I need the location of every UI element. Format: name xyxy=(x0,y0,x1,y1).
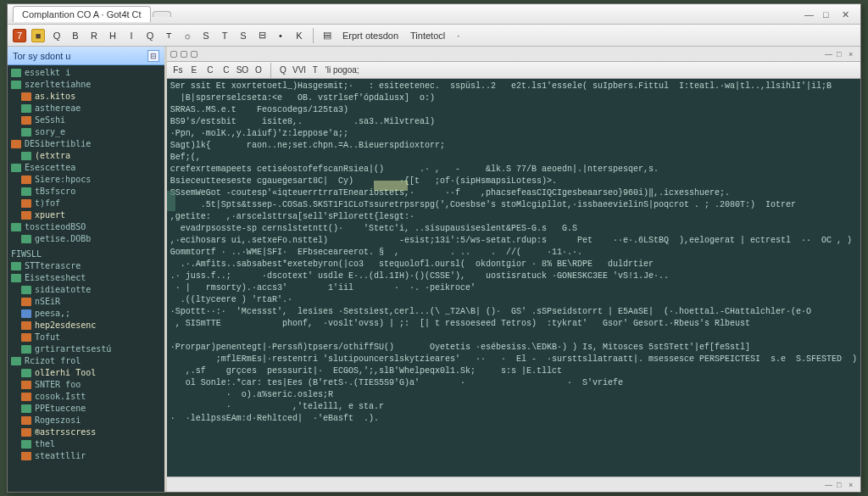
ed-btn-3[interactable]: C xyxy=(220,64,232,76)
toolbar-btn-6[interactable]: I xyxy=(125,29,138,42)
ed-btn-2[interactable]: C xyxy=(204,64,216,76)
tree-item[interactable]: thel xyxy=(9,438,163,450)
toolbar-text-1[interactable]: Tintetocl xyxy=(407,31,448,41)
tree-item-icon xyxy=(21,440,31,449)
tree-item[interactable]: nSEiR xyxy=(9,296,163,308)
toolbar-doc-icon[interactable]: ▤ xyxy=(320,29,334,42)
toolbar-btn-0[interactable]: 7 xyxy=(13,29,26,42)
toolbar-btn-5[interactable]: H xyxy=(106,29,120,42)
tree-item[interactable]: Eisetseshect xyxy=(9,272,163,284)
toolbar-btn-4[interactable]: R xyxy=(87,29,101,42)
editor-ctrl-min-icon[interactable]: — xyxy=(825,50,833,59)
tree-item[interactable]: (etxtra xyxy=(9,150,163,162)
toolbar-btn-1[interactable]: ■ xyxy=(31,29,45,42)
ed-btn-1[interactable]: E xyxy=(188,64,200,76)
tree-item[interactable]: szerltetiahne xyxy=(9,79,163,91)
editor-ctrl-max-icon[interactable]: □ xyxy=(837,50,845,59)
tree-item-icon xyxy=(21,333,31,342)
maximize-button[interactable]: □ xyxy=(823,9,833,20)
tree-item[interactable]: hep2esdesenc xyxy=(9,320,163,332)
code-line: .5t|Spts&tssep-.COSaS.SKST1F1CLoTssuretr… xyxy=(170,199,857,211)
tree-item[interactable]: PPEtuecene xyxy=(9,403,163,415)
tree-item[interactable]: sidieatotte xyxy=(9,284,163,296)
tree-item[interactable]: SeSshi xyxy=(9,114,163,126)
tree-item[interactable]: DESibertiblie xyxy=(9,138,163,150)
tree-item[interactable]: steattllir xyxy=(9,450,163,462)
editor-tab-dot[interactable] xyxy=(191,51,198,58)
ed-btn-4[interactable]: SO xyxy=(236,64,248,76)
editor-tab-dot[interactable] xyxy=(170,51,177,58)
tree-item-label: hep2esdesenc xyxy=(35,320,96,332)
tree-item-icon xyxy=(11,69,21,77)
tree-item[interactable]: Tofut xyxy=(9,332,163,343)
tree-item-label: SNTER foo xyxy=(35,379,81,391)
ed-btn-8[interactable]: T xyxy=(309,64,321,76)
tree-item[interactable]: getise.DOBb xyxy=(9,233,163,245)
tree-item-label: (etxtra xyxy=(35,150,70,162)
title-tab-active[interactable]: Complantion CO A · Got4t Ct xyxy=(13,6,151,22)
tree-item[interactable]: Rcizot frol xyxy=(9,355,163,367)
toolbar-btn-15[interactable]: K xyxy=(292,29,306,42)
tree-item-label: sidieatotte xyxy=(35,284,91,296)
toolbar-btn-8[interactable]: ᴛ xyxy=(162,29,175,42)
tree-item-label: tosctieodBSO xyxy=(25,221,86,233)
toolbar-btn-13[interactable]: ⊟ xyxy=(255,29,269,42)
tree-item[interactable]: Rogeszosi xyxy=(9,415,163,426)
code-line: · ,'telelll, e sta.r xyxy=(170,401,857,413)
minimize-button[interactable]: — xyxy=(804,9,815,20)
tree-item[interactable]: as.kitos xyxy=(9,91,163,103)
ed-btn-5[interactable]: O xyxy=(253,64,264,76)
tree-item[interactable]: tBsfscro xyxy=(9,186,163,198)
symbol-tree[interactable]: esselkt iszerltetiahneas.kitosasthereaeS… xyxy=(8,65,164,492)
tree-item[interactable]: Esescettea xyxy=(9,162,163,174)
tree-item[interactable]: STTterascre xyxy=(9,260,163,272)
toolbar-text-0[interactable]: Erprt otesdon xyxy=(339,31,402,41)
tree-item[interactable]: sory_e xyxy=(9,126,163,138)
tree-item-icon xyxy=(21,416,31,425)
tree-item-label: nSEiR xyxy=(35,296,60,308)
tree-item-label: as.kitos xyxy=(35,91,75,103)
editor-ctrl-close-icon[interactable]: × xyxy=(849,50,857,59)
tree-item[interactable]: cosok.Istt xyxy=(9,391,163,403)
tree-item-label: getise.DOBb xyxy=(35,233,91,245)
tree-item-icon xyxy=(21,286,31,294)
close-button[interactable]: ✕ xyxy=(842,9,852,20)
ed-btn-7[interactable]: VVl xyxy=(293,64,305,76)
tree-item[interactable]: xpuert xyxy=(9,209,163,221)
toolbar-btn-11[interactable]: T xyxy=(218,29,231,42)
toolbar-btn-14[interactable]: • xyxy=(274,29,287,42)
tree-item[interactable]: t)fof xyxy=(9,198,163,209)
tree-item[interactable]: esselkt i xyxy=(9,67,163,79)
tree-item-icon xyxy=(21,199,31,208)
main-body: Tor sy sdont u ⊟ esselkt iszerltetiahnea… xyxy=(8,47,860,492)
toolbar-btn-3[interactable]: B xyxy=(69,29,82,42)
tree-item[interactable]: tosctieodBSO xyxy=(9,221,163,233)
tree-item[interactable]: peesa,; xyxy=(9,308,163,320)
tree-item-label: esselkt i xyxy=(25,67,70,79)
sidebar-toggle-icon[interactable]: ⊟ xyxy=(147,50,159,62)
tree-item[interactable]: Siere:hpocs xyxy=(9,174,163,186)
code-editor[interactable]: Ser ssit Et xoxrtetoetl_)Hasgesmit;· : e… xyxy=(167,79,860,476)
toolbar-btn-2[interactable]: Q xyxy=(50,29,64,42)
editor-ctrl-close-icon[interactable]: × xyxy=(849,481,857,489)
toolbar-btn-9[interactable]: ☼ xyxy=(181,29,194,42)
title-tab-inactive[interactable] xyxy=(153,11,171,17)
tree-item-label: peesa,; xyxy=(35,308,70,320)
editor-ctrl-max-icon[interactable]: □ xyxy=(837,481,845,489)
tree-item[interactable]: grtirartetsestú xyxy=(9,343,163,355)
tree-item[interactable]: SNTER foo xyxy=(9,379,163,391)
ed-toolbar-label: 'li pogoa; xyxy=(326,65,359,75)
editor-upper-tabstrip: — □ × xyxy=(167,47,860,62)
editor-ctrl-min-icon[interactable]: — xyxy=(825,481,833,489)
editor-tab-dot[interactable] xyxy=(181,51,187,58)
toolbar-btn-7[interactable]: Q xyxy=(143,29,157,42)
editor-pane: — □ × Fs E C C SO O Q VVl T 'li pogoa; xyxy=(167,47,860,492)
tree-item[interactable]: ®astrsscress xyxy=(9,426,163,438)
ed-btn-6[interactable]: Q xyxy=(277,64,289,76)
tree-item[interactable]: asthereae xyxy=(9,103,163,114)
tree-item[interactable]: olIerhi Tool xyxy=(9,367,163,379)
toolbar-btn-10[interactable]: S xyxy=(199,29,213,42)
toolbar-btn-12[interactable]: S xyxy=(236,29,250,42)
ed-btn-0[interactable]: Fs xyxy=(172,64,184,76)
tree-item[interactable]: FIWSLL xyxy=(9,248,163,260)
